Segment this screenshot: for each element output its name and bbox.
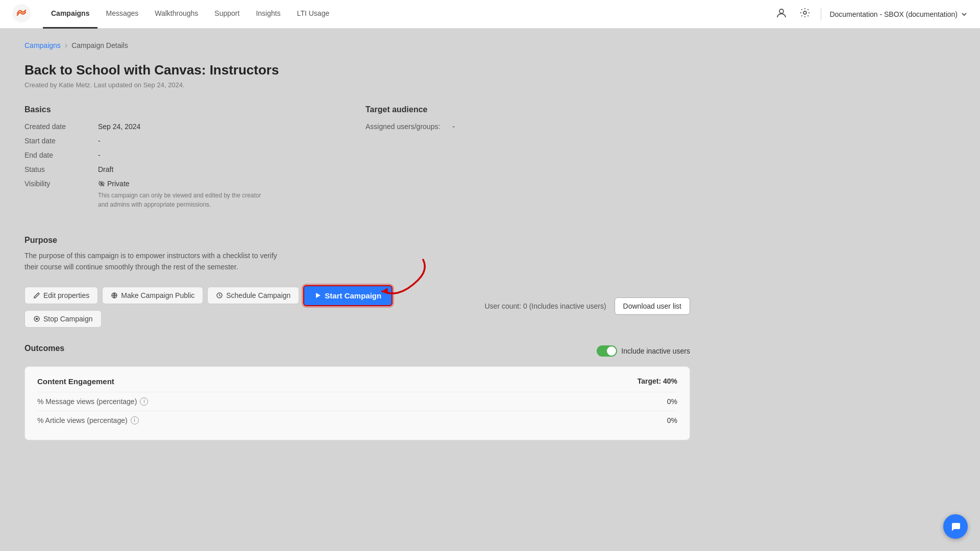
purpose-text: The purpose of this campaign is to empow… — [24, 250, 280, 273]
basics-title: Basics — [24, 105, 349, 114]
target-audience-title: Target audience — [365, 105, 690, 114]
nav-walkthroughs[interactable]: Walkthroughs — [146, 0, 206, 29]
app-logo[interactable] — [12, 4, 31, 24]
outcome-value-1: 0% — [667, 416, 677, 424]
outcomes-header: Outcomes Include inactive users — [24, 344, 690, 358]
include-inactive-label: Include inactive users — [621, 347, 690, 355]
user-icon-button[interactable] — [774, 5, 789, 23]
make-campaign-public-button[interactable]: Make Campaign Public — [102, 287, 203, 304]
nav-campaigns[interactable]: Campaigns — [43, 0, 97, 29]
edit-properties-button[interactable]: Edit properties — [24, 287, 98, 304]
outcome-value-0: 0% — [667, 397, 677, 406]
workspace-selector[interactable]: Documentation - SBOX (documentation) — [829, 10, 968, 18]
created-date-row: Created date Sep 24, 2024 — [24, 122, 349, 131]
info-icon-1[interactable]: i — [131, 416, 139, 424]
outcome-row-1: % Article views (percentage) i 0% — [37, 411, 677, 430]
actions-row: Edit properties Make Campaign Public Sch… — [24, 285, 473, 328]
nav-messages[interactable]: Messages — [97, 0, 146, 29]
end-date-row: End date - — [24, 151, 349, 159]
target-audience-section: Target audience Assigned users/groups: - — [365, 105, 690, 215]
breadcrumb-campaigns-link[interactable]: Campaigns — [24, 41, 61, 49]
content-engagement-title: Content Engagement — [37, 377, 114, 386]
include-inactive-users: Include inactive users — [597, 345, 690, 357]
svg-marker-6 — [316, 293, 321, 298]
main-content: Campaigns › Campaign Details Back to Sch… — [0, 29, 715, 453]
include-inactive-toggle[interactable] — [597, 345, 617, 357]
visibility-row: Visibility Private This campaign can onl… — [24, 180, 349, 209]
info-icon-0[interactable]: i — [140, 397, 148, 406]
outcome-label-0: % Message views (percentage) i — [37, 397, 148, 406]
basics-section: Basics Created date Sep 24, 2024 Start d… — [24, 105, 349, 215]
start-date-row: Start date - — [24, 137, 349, 145]
page-title: Back to School with Canvas: Instructors — [24, 62, 690, 78]
created-date-value: Sep 24, 2024 — [98, 122, 140, 131]
start-campaign-button[interactable]: Start Campaign — [303, 285, 393, 306]
svg-point-2 — [803, 11, 806, 14]
outcomes-target: Target: 40% — [638, 377, 677, 385]
status-value: Draft — [98, 165, 113, 173]
top-nav: Campaigns Messages Walkthroughs Support … — [0, 0, 980, 29]
details-grid: Basics Created date Sep 24, 2024 Start d… — [24, 105, 690, 215]
visibility-note: This campaign can only be viewed and edi… — [98, 191, 261, 209]
start-date-label: Start date — [24, 137, 86, 145]
user-count-text: User count: 0 (Includes inactive users) — [485, 302, 606, 310]
end-date-label: End date — [24, 151, 86, 159]
nav-support[interactable]: Support — [206, 0, 248, 29]
outcome-label-1: % Article views (percentage) i — [37, 416, 139, 424]
start-date-value: - — [98, 137, 101, 145]
assigned-users-value: - — [452, 122, 455, 131]
nav-right: Documentation - SBOX (documentation) — [774, 5, 968, 23]
breadcrumb-current: Campaign Details — [71, 41, 128, 49]
outcomes-card-header: Content Engagement Target: 40% — [37, 377, 677, 386]
nav-lti-usage[interactable]: LTI Usage — [289, 0, 338, 29]
content-engagement-card: Content Engagement Target: 40% % Message… — [24, 366, 690, 440]
stop-campaign-button[interactable]: Stop Campaign — [24, 310, 102, 328]
start-campaign-container: Start Campaign — [303, 285, 393, 306]
breadcrumb-separator: › — [65, 41, 67, 50]
download-user-list-button[interactable]: Download user list — [615, 297, 690, 315]
outcomes-section: Outcomes Include inactive users Content … — [24, 344, 690, 440]
created-date-label: Created date — [24, 122, 86, 131]
nav-links: Campaigns Messages Walkthroughs Support … — [43, 0, 774, 29]
assigned-users-row: Assigned users/groups: - — [365, 122, 690, 131]
breadcrumb: Campaigns › Campaign Details — [24, 41, 690, 50]
visibility-value: Private This campaign can only be viewed… — [98, 180, 261, 209]
outcome-row-0: % Message views (percentage) i 0% — [37, 392, 677, 411]
outcomes-title: Outcomes — [24, 344, 64, 353]
purpose-section: Purpose The purpose of this campaign is … — [24, 236, 690, 273]
purpose-title: Purpose — [24, 236, 690, 245]
nav-insights[interactable]: Insights — [248, 0, 288, 29]
settings-icon-button[interactable] — [797, 5, 813, 23]
status-row: Status Draft — [24, 165, 349, 173]
svg-rect-9 — [36, 318, 38, 320]
visibility-icon-group: Private — [98, 180, 130, 188]
end-date-value: - — [98, 151, 101, 159]
assigned-users-label: Assigned users/groups: — [365, 122, 440, 131]
nav-divider — [821, 8, 821, 20]
chat-widget-button[interactable] — [943, 514, 968, 539]
visibility-label: Visibility — [24, 180, 86, 209]
svg-point-1 — [779, 9, 783, 13]
svg-point-3 — [101, 183, 103, 185]
status-label: Status — [24, 165, 86, 173]
schedule-campaign-button[interactable]: Schedule Campaign — [207, 287, 299, 304]
page-subtitle: Created by Katie Metz. Last updated on S… — [24, 81, 690, 89]
